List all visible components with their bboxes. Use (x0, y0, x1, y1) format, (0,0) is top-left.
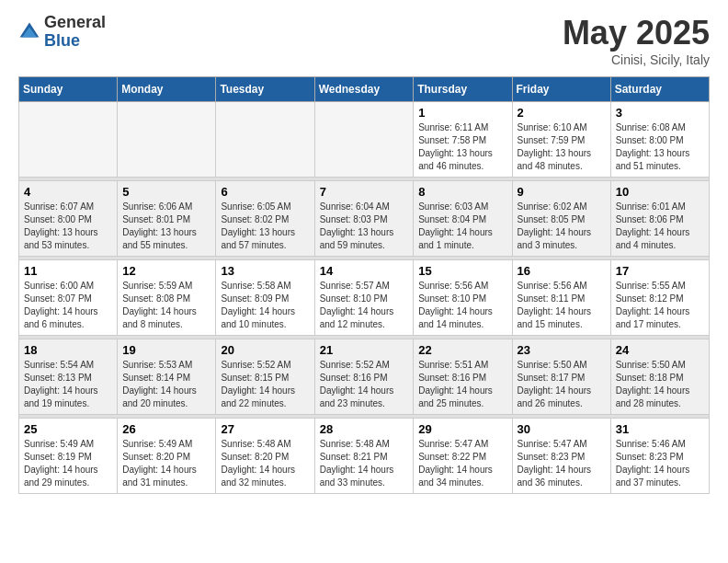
day-info: Sunrise: 5:47 AMSunset: 8:23 PMDaylight:… (518, 438, 606, 489)
day-number: 16 (518, 264, 606, 278)
day-info: Sunrise: 6:08 AMSunset: 8:00 PMDaylight:… (616, 121, 704, 173)
table-row: 3Sunrise: 6:08 AMSunset: 8:00 PMDaylight… (610, 102, 709, 178)
table-row: 27Sunrise: 5:48 AMSunset: 8:20 PMDayligh… (216, 419, 314, 494)
title-block: May 2025 Cinisi, Sicily, Italy (563, 14, 710, 67)
day-info: Sunrise: 5:52 AMSunset: 8:15 PMDaylight:… (221, 359, 309, 410)
day-info: Sunrise: 5:57 AMSunset: 8:10 PMDaylight:… (320, 280, 409, 331)
day-number: 20 (221, 343, 309, 357)
table-row: 1Sunrise: 6:11 AMSunset: 7:58 PMDaylight… (414, 102, 512, 178)
day-number: 11 (24, 264, 112, 278)
day-number: 31 (616, 422, 704, 436)
day-info: Sunrise: 5:47 AMSunset: 8:22 PMDaylight:… (418, 438, 506, 489)
table-row: 9Sunrise: 6:02 AMSunset: 8:05 PMDaylight… (512, 181, 610, 257)
table-row: 4Sunrise: 6:07 AMSunset: 8:00 PMDaylight… (19, 181, 118, 257)
table-row: 10Sunrise: 6:01 AMSunset: 8:06 PMDayligh… (610, 181, 709, 257)
col-tuesday: Tuesday (216, 77, 314, 102)
table-row (216, 102, 314, 178)
table-row: 14Sunrise: 5:57 AMSunset: 8:10 PMDayligh… (314, 260, 414, 336)
page-header: General Blue May 2025 Cinisi, Sicily, It… (18, 14, 710, 67)
calendar-week-row: 11Sunrise: 6:00 AMSunset: 8:07 PMDayligh… (19, 260, 710, 336)
table-row: 21Sunrise: 5:52 AMSunset: 8:16 PMDayligh… (314, 339, 414, 415)
day-number: 22 (418, 343, 506, 357)
day-number: 7 (320, 185, 409, 199)
day-number: 5 (122, 185, 210, 199)
day-info: Sunrise: 5:50 AMSunset: 8:17 PMDaylight:… (518, 359, 606, 410)
day-info: Sunrise: 6:05 AMSunset: 8:02 PMDaylight:… (221, 201, 309, 252)
day-info: Sunrise: 5:49 AMSunset: 8:19 PMDaylight:… (24, 438, 112, 489)
table-row: 19Sunrise: 5:53 AMSunset: 8:14 PMDayligh… (118, 339, 216, 415)
logo-icon (18, 21, 40, 43)
day-info: Sunrise: 6:01 AMSunset: 8:06 PMDaylight:… (616, 201, 704, 252)
day-info: Sunrise: 5:58 AMSunset: 8:09 PMDaylight:… (221, 280, 309, 331)
day-info: Sunrise: 5:48 AMSunset: 8:21 PMDaylight:… (320, 438, 409, 489)
day-number: 15 (418, 264, 506, 278)
day-info: Sunrise: 6:03 AMSunset: 8:04 PMDaylight:… (418, 201, 506, 252)
table-row: 2Sunrise: 6:10 AMSunset: 7:59 PMDaylight… (512, 102, 610, 178)
table-row: 5Sunrise: 6:06 AMSunset: 8:01 PMDaylight… (118, 181, 216, 257)
table-row: 8Sunrise: 6:03 AMSunset: 8:04 PMDaylight… (414, 181, 512, 257)
calendar-week-row: 25Sunrise: 5:49 AMSunset: 8:19 PMDayligh… (19, 419, 710, 494)
table-row: 29Sunrise: 5:47 AMSunset: 8:22 PMDayligh… (414, 419, 512, 494)
table-row: 26Sunrise: 5:49 AMSunset: 8:20 PMDayligh… (118, 419, 216, 494)
day-number: 21 (320, 343, 409, 357)
col-saturday: Saturday (610, 77, 709, 102)
logo-blue-text: Blue (44, 31, 80, 50)
day-info: Sunrise: 6:07 AMSunset: 8:00 PMDaylight:… (24, 201, 112, 252)
day-number: 24 (616, 343, 704, 357)
day-info: Sunrise: 6:10 AMSunset: 7:59 PMDaylight:… (518, 121, 606, 173)
day-info: Sunrise: 6:00 AMSunset: 8:07 PMDaylight:… (24, 280, 112, 331)
day-number: 8 (418, 185, 506, 199)
day-number: 10 (616, 185, 704, 199)
day-info: Sunrise: 5:48 AMSunset: 8:20 PMDaylight:… (221, 438, 309, 489)
col-wednesday: Wednesday (314, 77, 414, 102)
day-number: 23 (518, 343, 606, 357)
day-number: 13 (221, 264, 309, 278)
table-row: 13Sunrise: 5:58 AMSunset: 8:09 PMDayligh… (216, 260, 314, 336)
day-number: 12 (122, 264, 210, 278)
table-row (118, 102, 216, 178)
table-row: 17Sunrise: 5:55 AMSunset: 8:12 PMDayligh… (610, 260, 709, 336)
table-row: 6Sunrise: 6:05 AMSunset: 8:02 PMDaylight… (216, 181, 314, 257)
day-number: 3 (616, 106, 704, 120)
col-monday: Monday (118, 77, 216, 102)
day-number: 27 (221, 422, 309, 436)
table-row: 22Sunrise: 5:51 AMSunset: 8:16 PMDayligh… (414, 339, 512, 415)
table-row: 20Sunrise: 5:52 AMSunset: 8:15 PMDayligh… (216, 339, 314, 415)
day-info: Sunrise: 6:06 AMSunset: 8:01 PMDaylight:… (122, 201, 210, 252)
table-row: 30Sunrise: 5:47 AMSunset: 8:23 PMDayligh… (512, 419, 610, 494)
table-row: 31Sunrise: 5:46 AMSunset: 8:23 PMDayligh… (610, 419, 709, 494)
table-row: 12Sunrise: 5:59 AMSunset: 8:08 PMDayligh… (118, 260, 216, 336)
day-number: 30 (518, 422, 606, 436)
calendar-week-row: 4Sunrise: 6:07 AMSunset: 8:00 PMDaylight… (19, 181, 710, 257)
day-number: 14 (320, 264, 409, 278)
day-info: Sunrise: 5:56 AMSunset: 8:10 PMDaylight:… (418, 280, 506, 331)
day-number: 9 (518, 185, 606, 199)
day-number: 19 (122, 343, 210, 357)
day-number: 6 (221, 185, 309, 199)
day-info: Sunrise: 5:51 AMSunset: 8:16 PMDaylight:… (418, 359, 506, 410)
day-info: Sunrise: 5:50 AMSunset: 8:18 PMDaylight:… (616, 359, 704, 410)
day-number: 4 (24, 185, 112, 199)
calendar-header-row: Sunday Monday Tuesday Wednesday Thursday… (19, 77, 710, 102)
day-number: 18 (24, 343, 112, 357)
calendar-week-row: 1Sunrise: 6:11 AMSunset: 7:58 PMDaylight… (19, 102, 710, 178)
table-row: 25Sunrise: 5:49 AMSunset: 8:19 PMDayligh… (19, 419, 118, 494)
logo: General Blue (18, 14, 106, 51)
month-title: May 2025 (563, 14, 710, 52)
day-info: Sunrise: 5:56 AMSunset: 8:11 PMDaylight:… (518, 280, 606, 331)
col-sunday: Sunday (19, 77, 118, 102)
day-number: 28 (320, 422, 409, 436)
day-info: Sunrise: 5:55 AMSunset: 8:12 PMDaylight:… (616, 280, 704, 331)
table-row: 7Sunrise: 6:04 AMSunset: 8:03 PMDaylight… (314, 181, 414, 257)
day-info: Sunrise: 5:59 AMSunset: 8:08 PMDaylight:… (122, 280, 210, 331)
day-info: Sunrise: 5:49 AMSunset: 8:20 PMDaylight:… (122, 438, 210, 489)
day-number: 29 (418, 422, 506, 436)
day-number: 17 (616, 264, 704, 278)
day-info: Sunrise: 6:11 AMSunset: 7:58 PMDaylight:… (418, 121, 506, 173)
table-row: 24Sunrise: 5:50 AMSunset: 8:18 PMDayligh… (610, 339, 709, 415)
table-row (19, 102, 118, 178)
table-row: 15Sunrise: 5:56 AMSunset: 8:10 PMDayligh… (414, 260, 512, 336)
calendar-table: Sunday Monday Tuesday Wednesday Thursday… (18, 76, 710, 494)
page-container: General Blue May 2025 Cinisi, Sicily, It… (0, 0, 728, 508)
table-row (314, 102, 414, 178)
